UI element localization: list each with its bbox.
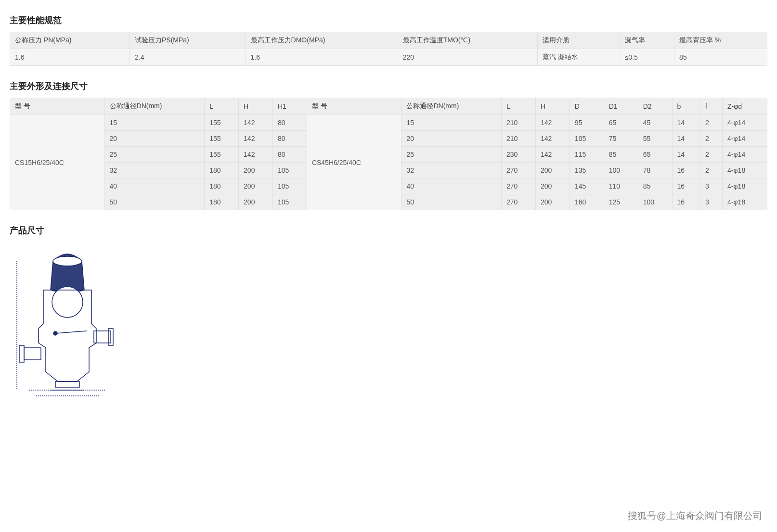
dim-cell: 2 — [700, 131, 723, 147]
dim-cell: 110 — [604, 178, 638, 194]
model-a-cell: CS15H6/25/40C — [10, 115, 105, 210]
dim-cell: 200 — [239, 178, 273, 194]
dim-header: H — [535, 98, 570, 115]
section2-title: 主要外形及连接尺寸 — [10, 80, 767, 92]
svg-line-6 — [55, 331, 87, 333]
dim-cell: 4-φ14 — [723, 131, 767, 147]
spec-header: 适用介质 — [538, 32, 620, 49]
dim-cell: 155 — [205, 147, 239, 163]
table-header-row: 型 号 公称通径DN(mm) L H H1 型 号 公称通径DN(mm) L H… — [10, 98, 767, 115]
dim-cell: 14 — [672, 115, 700, 131]
dim-cell: 100 — [604, 163, 638, 178]
dim-cell: 4-φ18 — [723, 194, 767, 210]
dim-cell: 15 — [401, 115, 502, 131]
spec-header: 最高工作压力DMO(MPa) — [246, 32, 398, 49]
dimensions-table: 型 号 公称通径DN(mm) L H H1 型 号 公称通径DN(mm) L H… — [10, 98, 767, 210]
dim-cell: 16 — [672, 163, 700, 178]
spec-cell: 蒸汽 凝结水 — [538, 49, 620, 66]
dim-cell: 16 — [672, 178, 700, 194]
dim-cell: 4-φ18 — [723, 178, 767, 194]
dim-cell: 4-φ14 — [723, 115, 767, 131]
dim-cell: 95 — [570, 115, 604, 131]
dim-header: D — [570, 98, 604, 115]
dim-cell: 200 — [535, 163, 570, 178]
spec-cell: 1.6 — [246, 49, 398, 66]
dim-cell: 2 — [700, 115, 723, 131]
dim-cell: 200 — [239, 194, 273, 210]
dim-cell: 20 — [104, 131, 205, 147]
dim-header: f — [700, 98, 723, 115]
svg-point-0 — [53, 256, 82, 266]
dim-cell: 2 — [700, 163, 723, 178]
dim-cell: 200 — [535, 178, 570, 194]
spec-cell: 2.4 — [130, 49, 246, 66]
model-b-cell: CS45H6/25/40C — [307, 115, 401, 210]
spec-cell: 1.6 — [10, 49, 130, 66]
table-row: CS15H6/25/40C1515514280CS45H6/25/40C1521… — [10, 115, 767, 131]
dim-cell: 105 — [272, 194, 307, 210]
dim-cell: 40 — [104, 178, 205, 194]
svg-rect-5 — [19, 345, 24, 362]
dim-cell: 105 — [570, 131, 604, 147]
dim-cell: 85 — [638, 178, 672, 194]
dim-cell: 3 — [700, 194, 723, 210]
dim-cell: 32 — [401, 163, 502, 178]
dim-cell: 105 — [272, 163, 307, 178]
dim-cell: 80 — [272, 115, 307, 131]
dim-cell: 142 — [239, 115, 273, 131]
table-header-row: 公称压力 PN(MPa) 试验压力PS(MPa) 最高工作压力DMO(MPa) … — [10, 32, 767, 49]
dim-cell: 32 — [104, 163, 205, 178]
dim-header: D1 — [604, 98, 638, 115]
dim-cell: 210 — [502, 115, 536, 131]
dim-cell: 180 — [205, 163, 239, 178]
section3-title: 产品尺寸 — [10, 225, 767, 236]
svg-point-1 — [52, 287, 83, 317]
dim-cell: 40 — [401, 178, 502, 194]
dim-cell: 115 — [570, 147, 604, 163]
section1-title: 主要性能规范 — [10, 14, 767, 26]
dim-cell: 65 — [638, 147, 672, 163]
dim-header: Z-φd — [723, 98, 767, 115]
dim-cell: 145 — [570, 178, 604, 194]
dim-cell: 200 — [239, 163, 273, 178]
dim-cell: 4-φ14 — [723, 147, 767, 163]
dim-header: H1 — [272, 98, 307, 115]
performance-spec-table: 公称压力 PN(MPa) 试验压力PS(MPa) 最高工作压力DMO(MPa) … — [10, 32, 767, 66]
table-row: 1.6 2.4 1.6 220 蒸汽 凝结水 ≤0.5 85 — [10, 49, 767, 66]
dim-cell: 85 — [604, 147, 638, 163]
spec-cell: 220 — [398, 49, 537, 66]
dim-header: 型 号 — [10, 98, 105, 115]
dim-cell: 230 — [502, 147, 536, 163]
dim-cell: 142 — [239, 147, 273, 163]
svg-rect-8 — [55, 381, 79, 387]
dim-cell: 16 — [672, 194, 700, 210]
dim-cell: 15 — [104, 115, 205, 131]
spec-header: 试验压力PS(MPa) — [130, 32, 246, 49]
dim-cell: 105 — [272, 178, 307, 194]
dim-cell: 78 — [638, 163, 672, 178]
spec-header: 漏气率 — [620, 32, 674, 49]
dim-cell: 45 — [638, 115, 672, 131]
dim-cell: 142 — [239, 131, 273, 147]
dim-header: L — [205, 98, 239, 115]
dim-cell: 25 — [401, 147, 502, 163]
dim-cell: 160 — [570, 194, 604, 210]
dim-header: L — [502, 98, 536, 115]
spec-cell: 85 — [674, 49, 767, 66]
dim-header: 型 号 — [307, 98, 401, 115]
dim-header: H — [239, 98, 273, 115]
dim-cell: 4-φ18 — [723, 163, 767, 178]
product-dimension-diagram — [10, 247, 125, 401]
dim-cell: 270 — [502, 163, 536, 178]
dim-cell: 2 — [700, 147, 723, 163]
dim-cell: 3 — [700, 178, 723, 194]
spec-header: 公称压力 PN(MPa) — [10, 32, 130, 49]
dim-cell: 100 — [638, 194, 672, 210]
dim-cell: 142 — [535, 115, 570, 131]
spec-header: 最高背压率 % — [674, 32, 767, 49]
dim-header: 公称通径DN(mm) — [104, 98, 205, 115]
dim-cell: 55 — [638, 131, 672, 147]
dim-cell: 180 — [205, 194, 239, 210]
dim-cell: 80 — [272, 147, 307, 163]
dim-cell: 142 — [535, 147, 570, 163]
